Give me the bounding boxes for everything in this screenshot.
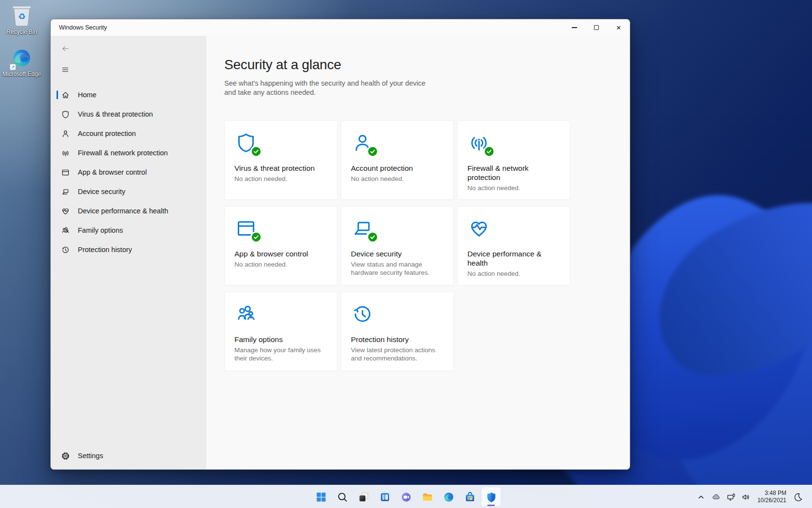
card-device-security[interactable]: Device security View status and manage h… (341, 206, 454, 285)
nav-item-icon (61, 110, 70, 119)
window-title: Windows Security (51, 24, 107, 31)
card-account-protection[interactable]: Account protection No action needed. (341, 120, 454, 200)
nav-item-icon (61, 187, 70, 196)
sidebar-item-device-security[interactable]: Device security (51, 182, 206, 201)
hamburger-icon (61, 65, 70, 74)
shortcut-arrow-icon: ↗ (10, 64, 16, 70)
maximize-button[interactable] (585, 19, 608, 36)
taskbar-start-button[interactable] (311, 487, 331, 507)
sidebar-item-virus-threat-protection[interactable]: Virus & threat protection (51, 105, 206, 124)
sidebar-item-firewall-network-protection[interactable]: Firewall & network protection (51, 143, 206, 163)
network-tray-button[interactable] (724, 489, 739, 505)
status-ok-badge (483, 146, 495, 157)
moon-icon (793, 492, 803, 502)
taskbar-buttons (311, 485, 501, 508)
back-button[interactable] (56, 41, 74, 56)
taskbar-app-icon (400, 491, 412, 503)
taskbar-chat-button[interactable] (396, 487, 416, 507)
clock-date: 10/26/2021 (757, 497, 786, 504)
minimize-button[interactable] (563, 19, 585, 36)
close-icon: ✕ (616, 25, 622, 31)
card-app-browser-control[interactable]: App & browser control No action needed. (224, 206, 337, 285)
sidebar-item-home[interactable]: Home (51, 85, 206, 105)
nav-item-icon (61, 149, 70, 158)
nav-item-icon (61, 245, 70, 254)
taskbar-edge-button[interactable] (439, 487, 458, 507)
running-app-indicator (487, 505, 495, 506)
taskbar-search-button[interactable] (333, 487, 352, 507)
clock[interactable]: 3:48 PM 10/26/2021 (757, 490, 786, 504)
card-icon (351, 302, 374, 326)
status-ok-badge (250, 146, 262, 157)
sidebar: Home Virus & threat protection Account p… (51, 36, 206, 470)
onedrive-tray-button[interactable] (709, 489, 724, 505)
card-status-text: Manage how your family uses their device… (234, 346, 327, 362)
selected-indicator (57, 90, 58, 99)
desktop-icon-recycle-bin[interactable]: ♻ Recycle Bin (1, 3, 43, 35)
card-device-performance-health[interactable]: Device performance & health No action ne… (457, 206, 570, 285)
svg-text:♻: ♻ (18, 12, 26, 21)
gear-icon (61, 451, 70, 461)
card-family-options[interactable]: Family options Manage how your family us… (224, 292, 337, 371)
nav-item-label: Settings (78, 452, 103, 460)
sidebar-item-app-browser-control[interactable]: App & browser control (51, 163, 206, 182)
sidebar-item-account-protection[interactable]: Account protection (51, 124, 206, 143)
card-status-text: View latest protection actions and recom… (351, 346, 444, 362)
card-status-text: No action needed. (467, 184, 560, 192)
nav-item-label: Virus & threat protection (78, 110, 153, 118)
card-title: Protection history (351, 335, 444, 344)
recycle-bin-icon: ♻ (11, 3, 32, 27)
desktop-icon-label: Recycle Bin (6, 29, 37, 35)
taskbar-windows-security-button[interactable] (481, 487, 501, 507)
card-status-text: No action needed. (351, 175, 444, 183)
cloud-icon (711, 492, 721, 502)
taskbar-app-icon (421, 491, 434, 503)
status-ok-badge (367, 231, 378, 243)
volume-tray-button[interactable] (739, 489, 754, 505)
network-icon (726, 492, 736, 502)
minimize-icon (572, 27, 577, 28)
nav-item-label: Account protection (78, 130, 136, 137)
status-ok-badge (367, 146, 378, 157)
status-ok-badge (250, 231, 262, 243)
title-bar: Windows Security ✕ (51, 19, 630, 36)
green-check-icon (368, 232, 377, 242)
taskbar-app-icon (379, 491, 391, 503)
card-status-text: No action needed. (234, 260, 327, 269)
nav-item-label: Device security (78, 188, 125, 195)
nav-item-icon (61, 207, 70, 216)
tray-overflow-button[interactable] (694, 489, 709, 505)
taskbar-widgets-button[interactable] (375, 487, 394, 507)
clock-time: 3:48 PM (757, 490, 786, 497)
green-check-icon (368, 147, 377, 156)
nav-item-label: Firewall & network protection (78, 149, 168, 157)
card-firewall-network-protection[interactable]: Firewall & network protection No action … (457, 120, 570, 200)
nav-item-label: Home (78, 91, 97, 99)
taskbar-store-button[interactable] (460, 487, 479, 507)
card-title: Family options (234, 335, 327, 344)
sidebar-item-device-performance-health[interactable]: Device performance & health (51, 201, 206, 221)
menu-button[interactable] (56, 62, 74, 77)
taskbar-task-view-button[interactable] (354, 487, 373, 507)
card-protection-history[interactable]: Protection history View latest protectio… (341, 292, 454, 371)
taskbar: 3:48 PM 10/26/2021 (0, 485, 812, 508)
card-virus-threat-protection[interactable]: Virus & threat protection No action need… (224, 120, 337, 200)
card-icon (234, 302, 258, 326)
page-title: Security at a glance (224, 57, 630, 73)
chevron-up-icon (696, 492, 706, 502)
sidebar-item-family-options[interactable]: Family options (51, 221, 206, 240)
sidebar-item-protection-history[interactable]: Protection history (51, 240, 206, 259)
card-title: App & browser control (234, 249, 327, 258)
close-button[interactable]: ✕ (608, 19, 630, 36)
card-title: Device security (351, 249, 444, 258)
card-status-text: View status and manage hardware security… (351, 260, 444, 277)
taskbar-file-explorer-button[interactable] (418, 487, 437, 507)
desktop-icon-microsoft-edge[interactable]: ↗ Microsoft Edge (1, 47, 43, 77)
nav-item-icon (61, 129, 70, 138)
focus-assist-button[interactable] (791, 489, 806, 505)
card-icon (467, 217, 491, 240)
desktop-icon-label: Microsoft Edge (2, 71, 41, 77)
sidebar-item-settings[interactable]: Settings (51, 446, 206, 465)
nav-item-icon (61, 90, 70, 100)
sidebar-nav: Home Virus & threat protection Account p… (51, 85, 206, 259)
